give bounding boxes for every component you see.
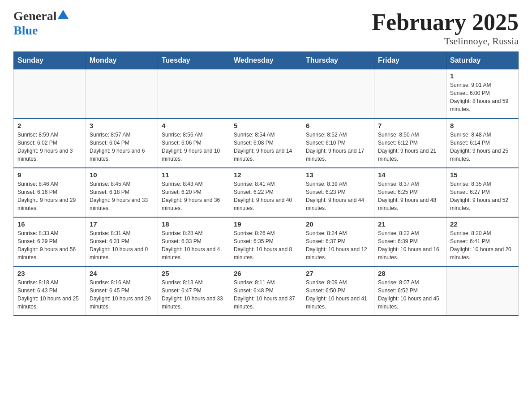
day-number: 17 xyxy=(90,220,154,228)
day-number: 21 xyxy=(378,220,442,228)
day-cell-1-0: 2Sunrise: 8:59 AM Sunset: 6:02 PM Daylig… xyxy=(14,119,86,168)
day-number: 24 xyxy=(90,270,154,277)
day-info: Sunrise: 8:48 AM Sunset: 6:14 PM Dayligh… xyxy=(450,131,515,163)
day-cell-3-6: 22Sunrise: 8:20 AM Sunset: 6:41 PM Dayli… xyxy=(446,217,519,266)
calendar-table: Sunday Monday Tuesday Wednesday Thursday… xyxy=(13,51,519,316)
week-row-3: 9Sunrise: 8:46 AM Sunset: 6:16 PM Daylig… xyxy=(14,168,519,217)
day-cell-1-6: 8Sunrise: 8:48 AM Sunset: 6:14 PM Daylig… xyxy=(446,119,519,168)
day-info: Sunrise: 8:13 AM Sunset: 6:47 PM Dayligh… xyxy=(162,278,226,311)
day-cell-3-5: 21Sunrise: 8:22 AM Sunset: 6:39 PM Dayli… xyxy=(374,217,446,266)
day-cell-4-0: 23Sunrise: 8:18 AM Sunset: 6:43 PM Dayli… xyxy=(14,266,86,316)
day-info: Sunrise: 8:50 AM Sunset: 6:12 PM Dayligh… xyxy=(378,131,442,163)
header-wednesday: Wednesday xyxy=(230,52,302,69)
day-number: 15 xyxy=(450,171,515,179)
day-cell-1-3: 5Sunrise: 8:54 AM Sunset: 6:08 PM Daylig… xyxy=(230,119,302,168)
day-cell-2-3: 12Sunrise: 8:41 AM Sunset: 6:22 PM Dayli… xyxy=(230,168,302,217)
day-info: Sunrise: 8:31 AM Sunset: 6:31 PM Dayligh… xyxy=(90,229,154,261)
header-friday: Friday xyxy=(374,52,446,69)
day-info: Sunrise: 8:54 AM Sunset: 6:08 PM Dayligh… xyxy=(234,131,298,163)
day-cell-4-6 xyxy=(446,266,519,316)
day-cell-0-1 xyxy=(86,69,158,119)
day-cell-4-4: 27Sunrise: 8:09 AM Sunset: 6:50 PM Dayli… xyxy=(302,266,374,316)
day-info: Sunrise: 8:56 AM Sunset: 6:06 PM Dayligh… xyxy=(162,131,226,163)
day-number: 20 xyxy=(306,220,370,228)
day-number: 11 xyxy=(162,171,226,179)
location-subtitle: Tselinnoye, Russia xyxy=(372,35,519,47)
week-row-2: 2Sunrise: 8:59 AM Sunset: 6:02 PM Daylig… xyxy=(14,119,519,168)
day-number: 12 xyxy=(234,171,298,179)
logo: General Blue xyxy=(13,9,70,38)
day-info: Sunrise: 8:28 AM Sunset: 6:33 PM Dayligh… xyxy=(162,229,226,261)
day-info: Sunrise: 8:07 AM Sunset: 6:52 PM Dayligh… xyxy=(378,278,442,311)
day-cell-3-2: 18Sunrise: 8:28 AM Sunset: 6:33 PM Dayli… xyxy=(158,217,230,266)
day-number: 13 xyxy=(306,171,370,179)
day-number: 25 xyxy=(162,270,226,277)
day-number: 26 xyxy=(234,270,298,277)
day-number: 16 xyxy=(17,220,82,228)
day-cell-0-6: 1Sunrise: 9:01 AM Sunset: 6:00 PM Daylig… xyxy=(446,69,519,119)
day-cell-3-0: 16Sunrise: 8:33 AM Sunset: 6:29 PM Dayli… xyxy=(14,217,86,266)
day-cell-2-1: 10Sunrise: 8:45 AM Sunset: 6:18 PM Dayli… xyxy=(86,168,158,217)
header-monday: Monday xyxy=(86,52,158,69)
day-info: Sunrise: 8:18 AM Sunset: 6:43 PM Dayligh… xyxy=(17,278,82,311)
day-cell-1-4: 6Sunrise: 8:52 AM Sunset: 6:10 PM Daylig… xyxy=(302,119,374,168)
calendar-header: Sunday Monday Tuesday Wednesday Thursday… xyxy=(14,52,519,69)
day-cell-3-1: 17Sunrise: 8:31 AM Sunset: 6:31 PM Dayli… xyxy=(86,217,158,266)
logo-general-text: General xyxy=(13,9,56,23)
logo-triangle-icon xyxy=(58,10,69,19)
title-block: February 2025 Tselinnoye, Russia xyxy=(372,9,519,47)
week-row-1: 1Sunrise: 9:01 AM Sunset: 6:00 PM Daylig… xyxy=(14,69,519,119)
day-info: Sunrise: 8:57 AM Sunset: 6:04 PM Dayligh… xyxy=(90,131,154,163)
day-cell-3-3: 19Sunrise: 8:26 AM Sunset: 6:35 PM Dayli… xyxy=(230,217,302,266)
day-number: 9 xyxy=(17,171,82,179)
day-number: 27 xyxy=(306,270,370,277)
day-info: Sunrise: 9:01 AM Sunset: 6:00 PM Dayligh… xyxy=(450,81,515,113)
day-info: Sunrise: 8:59 AM Sunset: 6:02 PM Dayligh… xyxy=(17,131,82,163)
day-number: 7 xyxy=(378,122,442,129)
day-cell-1-1: 3Sunrise: 8:57 AM Sunset: 6:04 PM Daylig… xyxy=(86,119,158,168)
day-cell-0-4 xyxy=(302,69,374,119)
day-number: 5 xyxy=(234,122,298,129)
day-number: 14 xyxy=(378,171,442,179)
day-number: 18 xyxy=(162,220,226,228)
day-number: 4 xyxy=(162,122,226,129)
day-number: 19 xyxy=(234,220,298,228)
header-saturday: Saturday xyxy=(446,52,519,69)
day-info: Sunrise: 8:33 AM Sunset: 6:29 PM Dayligh… xyxy=(17,229,82,261)
day-cell-2-5: 14Sunrise: 8:37 AM Sunset: 6:25 PM Dayli… xyxy=(374,168,446,217)
day-info: Sunrise: 8:11 AM Sunset: 6:48 PM Dayligh… xyxy=(234,278,298,311)
day-info: Sunrise: 8:41 AM Sunset: 6:22 PM Dayligh… xyxy=(234,180,298,212)
day-number: 23 xyxy=(17,270,82,277)
day-number: 3 xyxy=(90,122,154,129)
day-info: Sunrise: 8:24 AM Sunset: 6:37 PM Dayligh… xyxy=(306,229,370,261)
day-info: Sunrise: 8:39 AM Sunset: 6:23 PM Dayligh… xyxy=(306,180,370,212)
day-number: 2 xyxy=(17,122,82,129)
day-cell-3-4: 20Sunrise: 8:24 AM Sunset: 6:37 PM Dayli… xyxy=(302,217,374,266)
day-cell-0-5 xyxy=(374,69,446,119)
month-title: February 2025 xyxy=(372,9,519,35)
day-cell-4-3: 26Sunrise: 8:11 AM Sunset: 6:48 PM Dayli… xyxy=(230,266,302,316)
day-cell-4-1: 24Sunrise: 8:16 AM Sunset: 6:45 PM Dayli… xyxy=(86,266,158,316)
day-cell-4-2: 25Sunrise: 8:13 AM Sunset: 6:47 PM Dayli… xyxy=(158,266,230,316)
day-cell-1-5: 7Sunrise: 8:50 AM Sunset: 6:12 PM Daylig… xyxy=(374,119,446,168)
header-thursday: Thursday xyxy=(302,52,374,69)
page-header: General Blue February 2025 Tselinnoye, R… xyxy=(13,9,519,47)
day-info: Sunrise: 8:26 AM Sunset: 6:35 PM Dayligh… xyxy=(234,229,298,261)
day-cell-2-4: 13Sunrise: 8:39 AM Sunset: 6:23 PM Dayli… xyxy=(302,168,374,217)
day-number: 10 xyxy=(90,171,154,179)
day-cell-2-0: 9Sunrise: 8:46 AM Sunset: 6:16 PM Daylig… xyxy=(14,168,86,217)
day-number: 22 xyxy=(450,220,515,228)
day-cell-1-2: 4Sunrise: 8:56 AM Sunset: 6:06 PM Daylig… xyxy=(158,119,230,168)
logo-blue-text: Blue xyxy=(13,23,38,38)
day-cell-0-2 xyxy=(158,69,230,119)
day-info: Sunrise: 8:20 AM Sunset: 6:41 PM Dayligh… xyxy=(450,229,515,261)
day-cell-4-5: 28Sunrise: 8:07 AM Sunset: 6:52 PM Dayli… xyxy=(374,266,446,316)
header-tuesday: Tuesday xyxy=(158,52,230,69)
day-info: Sunrise: 8:22 AM Sunset: 6:39 PM Dayligh… xyxy=(378,229,442,261)
header-sunday: Sunday xyxy=(14,52,86,69)
day-number: 8 xyxy=(450,122,515,129)
day-number: 28 xyxy=(378,270,442,277)
day-cell-2-2: 11Sunrise: 8:43 AM Sunset: 6:20 PM Dayli… xyxy=(158,168,230,217)
day-cell-2-6: 15Sunrise: 8:35 AM Sunset: 6:27 PM Dayli… xyxy=(446,168,519,217)
day-info: Sunrise: 8:37 AM Sunset: 6:25 PM Dayligh… xyxy=(378,180,442,212)
